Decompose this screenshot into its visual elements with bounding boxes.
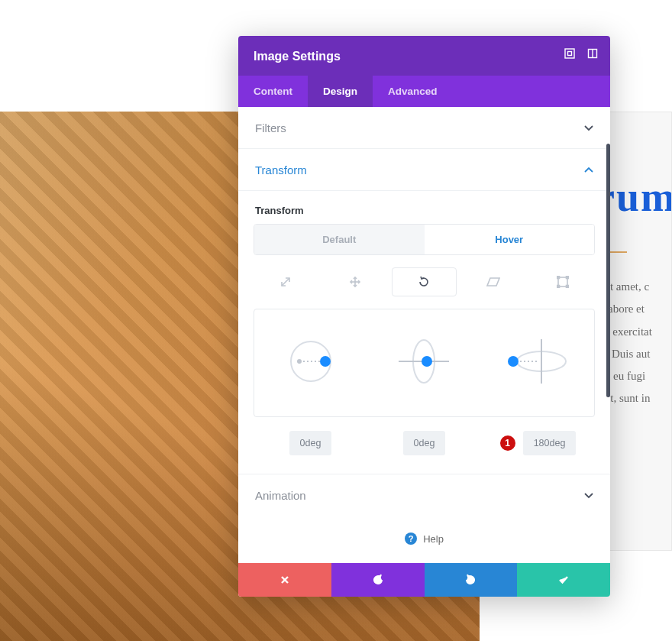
help-icon: ?	[405, 533, 417, 545]
chevron-down-icon	[584, 488, 593, 502]
section-filters-label: Filters	[255, 121, 286, 134]
tab-content[interactable]: Content	[238, 76, 308, 107]
svg-rect-11	[557, 286, 559, 288]
annotation-marker-1: 1	[500, 435, 515, 451]
cancel-button[interactable]	[238, 563, 331, 597]
help-row[interactable]: ? Help	[238, 516, 610, 563]
svg-rect-0	[565, 49, 574, 58]
rotate-y-value-cell: 0deg	[367, 431, 481, 455]
rotate-x-value[interactable]: 180deg	[523, 431, 577, 455]
snap-icon[interactable]	[587, 48, 598, 59]
help-label: Help	[423, 533, 444, 545]
modal-body: Filters Transform Transform Default Hove…	[238, 107, 610, 563]
section-transform[interactable]: Transform	[238, 149, 610, 191]
state-default-button[interactable]: Default	[254, 225, 425, 254]
tab-advanced[interactable]: Advanced	[373, 76, 453, 107]
tool-rotate-button[interactable]	[392, 267, 457, 296]
section-animation[interactable]: Animation	[238, 474, 610, 516]
save-button[interactable]	[517, 563, 610, 597]
svg-point-15	[297, 359, 302, 364]
section-filters[interactable]: Filters	[238, 107, 610, 149]
svg-rect-12	[566, 286, 568, 288]
transform-sublabel: Transform	[254, 191, 595, 224]
tool-translate-button[interactable]	[323, 267, 388, 296]
state-hover-button[interactable]: Hover	[425, 225, 595, 254]
section-transform-label: Transform	[255, 163, 307, 176]
header-icons	[564, 48, 598, 59]
svg-line-4	[282, 278, 289, 286]
svg-rect-9	[557, 277, 559, 279]
rotate-y-preview[interactable]	[367, 331, 480, 392]
transform-tool-row	[254, 267, 595, 296]
svg-point-19	[422, 356, 432, 367]
svg-rect-10	[566, 277, 568, 279]
section-animation-label: Animation	[255, 489, 306, 502]
rotate-y-value[interactable]: 0deg	[403, 431, 446, 455]
modal-tabs: Content Design Advanced	[238, 76, 610, 107]
state-toggle: Default Hover	[254, 224, 595, 255]
transform-content: Transform Default Hover	[238, 191, 610, 474]
undo-button[interactable]	[331, 563, 425, 597]
modal-title: Image Settings	[254, 50, 595, 76]
rotate-z-preview[interactable]	[254, 331, 367, 392]
rotate-z-value-cell: 0deg	[254, 431, 367, 455]
tool-skew-button[interactable]	[461, 267, 526, 296]
rotate-z-value[interactable]: 0deg	[289, 431, 332, 455]
image-settings-modal: Image Settings Content Design Advanced F…	[238, 36, 610, 597]
svg-point-23	[508, 356, 519, 367]
svg-marker-7	[487, 278, 499, 286]
rotate-x-preview[interactable]	[481, 331, 594, 392]
svg-point-16	[320, 356, 331, 367]
tool-origin-button[interactable]	[530, 267, 595, 296]
scrollbar-thumb[interactable]	[606, 144, 610, 397]
redo-button[interactable]	[425, 563, 518, 597]
chevron-down-icon	[584, 121, 593, 134]
tab-design[interactable]: Design	[308, 76, 373, 107]
expand-icon[interactable]	[564, 48, 575, 59]
rotate-x-value-cell: 1 180deg	[481, 431, 595, 455]
tool-scale-button[interactable]	[254, 267, 318, 296]
modal-header: Image Settings Content Design Advanced	[238, 36, 610, 107]
rotate-preview-row	[254, 309, 595, 417]
chevron-up-icon	[584, 163, 593, 176]
modal-footer-actions	[238, 563, 610, 597]
svg-rect-1	[568, 52, 572, 56]
rotate-values-row: 0deg 0deg 1 180deg	[254, 431, 595, 455]
